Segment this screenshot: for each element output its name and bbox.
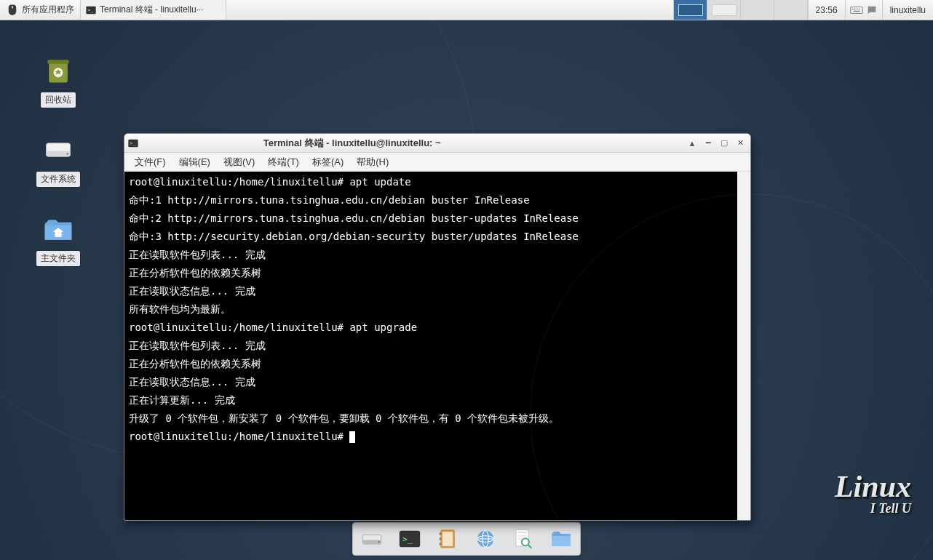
terminal-icon: >_	[397, 527, 422, 551]
folder-icon	[549, 527, 573, 551]
drive-icon	[360, 527, 384, 551]
watermark-line2: I Tell U	[855, 501, 911, 516]
window-maximize-button[interactable]: ▢	[717, 137, 731, 150]
svg-rect-20	[442, 532, 453, 546]
dock-item-terminal[interactable]: >_	[397, 526, 423, 552]
svg-rect-23	[440, 543, 442, 545]
terminal-icon: >_	[85, 4, 97, 16]
svg-text:>_: >_	[87, 7, 93, 13]
desktop-icon-filesystem[interactable]: 文件系统	[29, 132, 87, 187]
svg-rect-22	[440, 538, 442, 540]
terminal-window: >_ Terminal 终端 - linuxitellu@linuxitellu…	[124, 133, 751, 521]
taskbar-item-label: Terminal 终端 - linuxitellu···	[100, 4, 204, 16]
panel-spacer	[226, 0, 673, 20]
desktop-icons: 回收站 文件系统 主文件夹	[29, 53, 87, 266]
svg-rect-9	[47, 60, 68, 64]
svg-rect-7	[853, 10, 859, 12]
window-minimize-button[interactable]: ━	[701, 137, 715, 150]
window-titlebar[interactable]: >_ Terminal 终端 - linuxitellu@linuxitellu…	[124, 134, 750, 153]
svg-rect-3	[852, 8, 854, 9]
dock-item-search[interactable]	[510, 526, 536, 552]
search-document-icon	[511, 527, 536, 551]
taskbar-item-terminal[interactable]: >_ Terminal 终端 - linuxitellu···	[81, 0, 226, 20]
trash-icon	[42, 55, 74, 87]
applications-menu-button[interactable]: 所有应用程序	[0, 0, 81, 20]
clock-text: 23:56	[816, 5, 838, 15]
addressbook-icon	[435, 527, 460, 551]
workspace-pager	[673, 0, 808, 20]
terminal-output[interactable]: root@linuxitellu:/home/linuxitellu# apt …	[124, 172, 750, 520]
user-label-text: linuxitellu	[890, 5, 926, 15]
clock[interactable]: 23:56	[808, 0, 846, 20]
svg-text:>_: >_	[402, 534, 413, 544]
svg-point-13	[66, 153, 68, 155]
dock-item-addressbook[interactable]	[434, 526, 461, 552]
applications-menu-label: 所有应用程序	[22, 4, 74, 16]
globe-icon	[473, 527, 498, 551]
window-close-button[interactable]: ✕	[733, 137, 747, 150]
desktop-icon-label: 主文件夹	[36, 251, 80, 266]
terminal-icon: >_	[127, 137, 139, 149]
menu-edit[interactable]: 编辑(E)	[173, 153, 216, 171]
workspace-1[interactable]	[674, 0, 707, 20]
dock-item-drive[interactable]	[359, 526, 385, 552]
svg-rect-5	[857, 8, 858, 9]
svg-point-16	[378, 541, 380, 543]
svg-rect-4	[854, 8, 856, 9]
svg-rect-21	[440, 533, 442, 535]
watermark-line1: Linux	[835, 473, 911, 501]
workspace-4[interactable]	[774, 0, 808, 20]
workspace-2[interactable]	[707, 0, 741, 20]
menu-file[interactable]: 文件(F)	[129, 153, 172, 171]
drive-icon	[42, 134, 74, 166]
wallpaper-watermark: Linux I Tell U	[835, 473, 911, 516]
keyboard-icon[interactable]	[850, 5, 863, 15]
window-keep-above-button[interactable]: ▲	[685, 137, 699, 150]
mouse-icon	[6, 4, 19, 17]
menu-help[interactable]: 帮助(H)	[351, 153, 394, 171]
desktop-icon-label: 文件系统	[36, 172, 80, 187]
workspace-3[interactable]	[741, 0, 774, 20]
window-controls: ▲ ━ ▢ ✕	[685, 137, 747, 150]
svg-text:>_: >_	[130, 140, 135, 146]
menu-tabs[interactable]: 标签(A)	[306, 153, 349, 171]
desktop[interactable]: 回收站 文件系统 主文件夹 Linux I Tell U >_	[0, 20, 933, 560]
notification-icon[interactable]	[866, 4, 878, 16]
top-panel: 所有应用程序 >_ Terminal 终端 - linuxitellu··· 2…	[0, 0, 933, 20]
home-folder-icon	[42, 213, 74, 245]
user-menu[interactable]: linuxitellu	[883, 0, 933, 20]
dock-item-files[interactable]	[548, 526, 574, 552]
svg-line-33	[528, 545, 531, 548]
desktop-icon-home[interactable]: 主文件夹	[29, 212, 87, 266]
window-title: Terminal 终端 - linuxitellu@linuxitellu: ~	[263, 137, 441, 150]
menu-view[interactable]: 视图(V)	[218, 153, 261, 171]
desktop-icon-label: 回收站	[41, 92, 76, 108]
dock-item-browser[interactable]	[472, 526, 499, 552]
system-tray	[846, 0, 883, 20]
dock: >_	[352, 522, 581, 556]
terminal-menubar: 文件(F) 编辑(E) 视图(V) 终端(T) 标签(A) 帮助(H)	[124, 153, 750, 172]
svg-rect-2	[850, 7, 862, 13]
desktop-icon-trash[interactable]: 回收站	[29, 53, 87, 108]
menu-terminal[interactable]: 终端(T)	[262, 153, 305, 171]
svg-rect-6	[859, 8, 860, 9]
